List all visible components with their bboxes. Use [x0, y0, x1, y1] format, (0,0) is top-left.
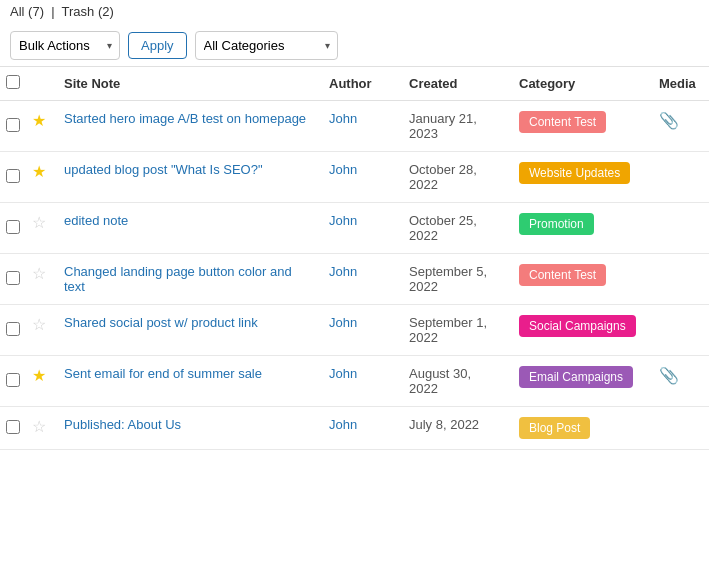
row-created-cell: September 5, 2022	[399, 254, 509, 305]
row-note-cell: Sent email for end of summer sale	[54, 356, 319, 407]
filter-all-label: All	[10, 4, 24, 19]
filter-links: All (7) | Trash (2)	[0, 0, 709, 19]
row-author-cell: John	[319, 203, 399, 254]
row-checkbox[interactable]	[6, 271, 20, 285]
row-author-link[interactable]: John	[329, 213, 357, 228]
row-star-cell: ★	[30, 152, 54, 203]
row-author-cell: John	[319, 254, 399, 305]
star-empty-icon[interactable]: ☆	[32, 214, 46, 231]
categories-dropdown[interactable]: All Categories Content Test Website Upda…	[195, 31, 338, 60]
filter-trash-label: Trash	[62, 4, 95, 19]
categories-select[interactable]: All Categories Content Test Website Upda…	[195, 31, 338, 60]
star-empty-icon[interactable]: ☆	[32, 265, 46, 282]
table-row: ☆edited noteJohnOctober 25, 2022Promotio…	[0, 203, 709, 254]
row-author-link[interactable]: John	[329, 264, 357, 279]
row-category-badge[interactable]: Content Test	[519, 264, 606, 286]
row-created-cell: October 25, 2022	[399, 203, 509, 254]
paperclip-icon: 📎	[659, 112, 679, 129]
row-category-badge[interactable]: Promotion	[519, 213, 594, 235]
row-media-cell	[649, 254, 709, 305]
star-filled-icon[interactable]: ★	[32, 163, 46, 180]
row-category-badge[interactable]: Social Campaigns	[519, 315, 636, 337]
row-checkbox[interactable]	[6, 322, 20, 336]
row-checkbox[interactable]	[6, 420, 20, 434]
row-media-cell	[649, 305, 709, 356]
row-created-cell: September 1, 2022	[399, 305, 509, 356]
row-category-badge[interactable]: Email Campaigns	[519, 366, 633, 388]
row-star-cell: ☆	[30, 407, 54, 450]
star-filled-icon[interactable]: ★	[32, 367, 46, 384]
header-author: Author	[319, 67, 399, 101]
row-star-cell: ★	[30, 101, 54, 152]
row-category-badge[interactable]: Blog Post	[519, 417, 590, 439]
row-author-cell: John	[319, 407, 399, 450]
row-checkbox[interactable]	[6, 220, 20, 234]
row-author-link[interactable]: John	[329, 366, 357, 381]
row-author-cell: John	[319, 101, 399, 152]
row-category-badge[interactable]: Website Updates	[519, 162, 630, 184]
row-note-text[interactable]: Shared social post w/ product link	[64, 315, 258, 330]
row-checkbox[interactable]	[6, 169, 20, 183]
row-created-text: July 8, 2022	[409, 417, 479, 432]
row-author-link[interactable]: John	[329, 162, 357, 177]
row-check-cell	[0, 407, 30, 450]
row-author-link[interactable]: John	[329, 111, 357, 126]
row-note-text[interactable]: updated blog post "What Is SEO?"	[64, 162, 263, 177]
filter-trash-count: (2)	[98, 4, 114, 19]
row-note-cell: Shared social post w/ product link	[54, 305, 319, 356]
row-category-cell: Promotion	[509, 203, 649, 254]
row-note-text[interactable]: Published: About Us	[64, 417, 181, 432]
star-empty-icon[interactable]: ☆	[32, 316, 46, 333]
header-star	[30, 67, 54, 101]
row-created-text: September 5, 2022	[409, 264, 487, 294]
header-created: Created	[399, 67, 509, 101]
row-media-cell: 📎	[649, 101, 709, 152]
star-filled-icon[interactable]: ★	[32, 112, 46, 129]
row-star-cell: ☆	[30, 203, 54, 254]
row-star-cell: ☆	[30, 254, 54, 305]
table-row: ☆Changed landing page button color and t…	[0, 254, 709, 305]
row-created-cell: October 28, 2022	[399, 152, 509, 203]
row-note-text[interactable]: Changed landing page button color and te…	[64, 264, 292, 294]
row-created-text: August 30, 2022	[409, 366, 471, 396]
row-created-text: October 25, 2022	[409, 213, 477, 243]
row-category-cell: Social Campaigns	[509, 305, 649, 356]
filter-trash-link[interactable]: Trash (2)	[62, 4, 114, 19]
toolbar: Bulk Actions Delete ▾ Apply All Categori…	[0, 25, 709, 66]
row-check-cell	[0, 101, 30, 152]
row-author-cell: John	[319, 152, 399, 203]
row-category-cell: Email Campaigns	[509, 356, 649, 407]
row-media-cell: 📎	[649, 356, 709, 407]
select-all-checkbox[interactable]	[6, 75, 20, 89]
row-check-cell	[0, 356, 30, 407]
row-checkbox[interactable]	[6, 373, 20, 387]
table-row: ☆Shared social post w/ product linkJohnS…	[0, 305, 709, 356]
row-checkbox[interactable]	[6, 118, 20, 132]
apply-button[interactable]: Apply	[128, 32, 187, 59]
row-created-cell: January 21, 2023	[399, 101, 509, 152]
star-empty-icon[interactable]: ☆	[32, 418, 46, 435]
row-star-cell: ★	[30, 356, 54, 407]
header-category: Category	[509, 67, 649, 101]
row-author-cell: John	[319, 305, 399, 356]
row-check-cell	[0, 305, 30, 356]
row-author-link[interactable]: John	[329, 315, 357, 330]
row-note-text[interactable]: edited note	[64, 213, 128, 228]
notes-table: Site Note Author Created Category Media …	[0, 66, 709, 450]
row-category-cell: Content Test	[509, 101, 649, 152]
bulk-actions-dropdown[interactable]: Bulk Actions Delete ▾	[10, 31, 120, 60]
bulk-actions-select[interactable]: Bulk Actions Delete	[10, 31, 120, 60]
row-category-cell: Blog Post	[509, 407, 649, 450]
row-created-text: January 21, 2023	[409, 111, 477, 141]
row-category-badge[interactable]: Content Test	[519, 111, 606, 133]
table-row: ★updated blog post "What Is SEO?"JohnOct…	[0, 152, 709, 203]
filter-all-link[interactable]: All (7)	[10, 4, 48, 19]
row-star-cell: ☆	[30, 305, 54, 356]
row-created-text: October 28, 2022	[409, 162, 477, 192]
row-note-cell: Published: About Us	[54, 407, 319, 450]
row-author-link[interactable]: John	[329, 417, 357, 432]
row-note-text[interactable]: Started hero image A/B test on homepage	[64, 111, 306, 126]
header-media: Media	[649, 67, 709, 101]
row-created-text: September 1, 2022	[409, 315, 487, 345]
row-note-text[interactable]: Sent email for end of summer sale	[64, 366, 262, 381]
